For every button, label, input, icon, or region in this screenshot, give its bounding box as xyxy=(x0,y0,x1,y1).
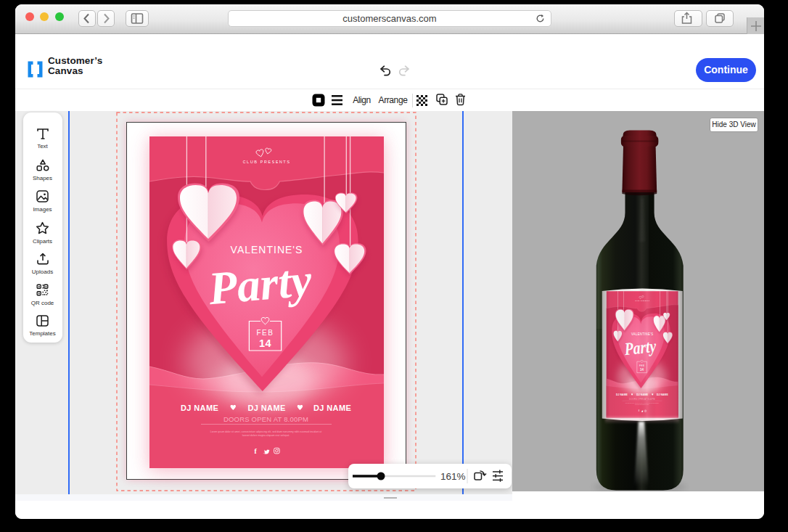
svg-text:161%: 161% xyxy=(440,471,466,482)
